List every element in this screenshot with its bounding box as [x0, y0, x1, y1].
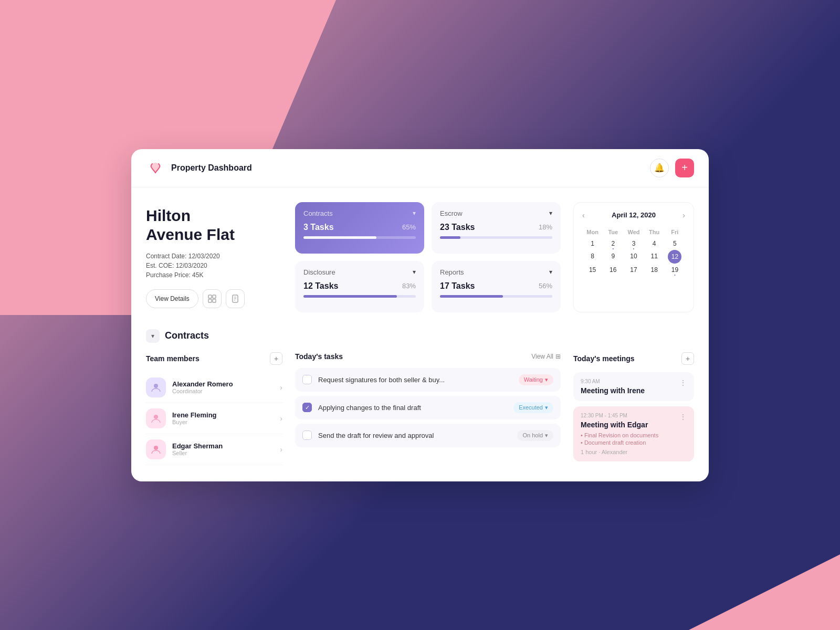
contracts-stat-card[interactable]: Contracts ▾ 3 Tasks 65% [295, 202, 424, 254]
cal-day-9[interactable]: 9 [603, 250, 623, 264]
cal-day-18[interactable]: 18 [644, 264, 665, 276]
cal-header-tue: Tue [603, 227, 623, 237]
disclosure-chevron: ▾ [413, 268, 416, 276]
reports-tasks-row: 17 Tasks 56% [440, 281, 552, 291]
tasks-header: Today's tasks View All ⊞ [295, 352, 561, 361]
reports-progress [440, 295, 552, 298]
disclosure-tasks: 12 Tasks [303, 281, 338, 291]
meeting-card-irene-header: 9:30 AM Meeting with Irene ⋮ [581, 379, 687, 395]
disclosure-fill [303, 295, 397, 298]
logo-icon [146, 159, 165, 177]
member-item-alexander[interactable]: Alexander Romero Coordinator › [146, 372, 282, 403]
task-badge-1[interactable]: Waiting ▾ [519, 374, 553, 385]
escrow-percent: 18% [539, 223, 552, 231]
member-arrow-edgar: › [280, 445, 282, 454]
member-avatar-edgar [146, 439, 166, 459]
escrow-stat-card[interactable]: Escrow ▾ 23 Tasks 18% [432, 202, 561, 254]
property-info: Hilton Avenue Flat Contract Date: 12/03/… [146, 202, 282, 312]
contracts-tasks: 3 Tasks [303, 223, 334, 232]
svg-point-10 [154, 446, 158, 450]
meeting-duration-edgar: 1 hour · Alexander [581, 449, 687, 455]
calendar-prev[interactable]: ‹ [582, 211, 585, 219]
property-name: Hilton Avenue Flat [146, 206, 282, 244]
reports-fill [440, 295, 503, 298]
cal-day-16[interactable]: 16 [603, 264, 623, 276]
member-avatar-irene [146, 408, 166, 428]
member-arrow-alexander: › [280, 383, 282, 392]
task-checkbox-3[interactable] [302, 430, 312, 440]
escrow-fill [440, 236, 460, 239]
view-details-row: View Details [146, 289, 282, 308]
add-button[interactable]: + [675, 159, 694, 177]
cal-day-19[interactable]: 19 [665, 264, 685, 276]
contracts-fill [303, 236, 376, 239]
tasks-title: Today's tasks [295, 352, 343, 361]
task-checkbox-1[interactable] [302, 375, 312, 384]
document-icon-button[interactable] [226, 289, 245, 308]
cal-day-15[interactable]: 15 [582, 264, 603, 276]
contracts-progress [303, 236, 416, 239]
cal-day-17[interactable]: 17 [623, 264, 644, 276]
member-name-edgar: Edgar Sherman [172, 442, 280, 450]
reports-tasks: 17 Tasks [440, 281, 475, 291]
meeting-card-edgar[interactable]: 12:30 PM - 1:45 PM Meeting with Edgar ⋮ … [573, 406, 694, 461]
cal-header-mon: Mon [582, 227, 603, 237]
add-member-button[interactable]: + [270, 352, 282, 365]
cal-day-5[interactable]: 5 [665, 237, 685, 250]
meetings-panel: Today's meetings + 9:30 AM Meeting with … [573, 352, 694, 467]
meeting-note-1: Final Revision on documents [581, 432, 687, 438]
contracts-section-title: Contracts [165, 330, 209, 341]
add-meeting-button[interactable]: + [681, 352, 694, 365]
svg-rect-1 [213, 295, 216, 298]
meeting-more-edgar[interactable]: ⋮ [679, 413, 687, 421]
task-text-2: Applying changes to the final draft [318, 404, 507, 412]
purchase-price: Purchase Price: 45K [146, 271, 282, 279]
main-content: Hilton Avenue Flat Contract Date: 12/03/… [131, 187, 709, 481]
disclosure-tasks-row: 12 Tasks 83% [303, 281, 416, 291]
svg-rect-3 [213, 299, 216, 302]
task-badge-2[interactable]: Executed ▾ [513, 402, 553, 413]
task-item-3: Send the draft for review and approval O… [295, 424, 561, 447]
escrow-chevron: ▾ [549, 209, 552, 217]
cal-day-3[interactable]: 3 [623, 237, 644, 250]
member-arrow-irene: › [280, 414, 282, 423]
disclosure-stat-card[interactable]: Disclosure ▾ 12 Tasks 83% [295, 261, 424, 312]
task-badge-3[interactable]: On hold ▾ [517, 430, 553, 441]
grid-icon-button[interactable] [203, 289, 222, 308]
calendar-next[interactable]: › [682, 211, 685, 219]
meeting-more-irene[interactable]: ⋮ [679, 379, 687, 387]
meetings-title: Today's meetings [573, 354, 635, 363]
member-item-edgar[interactable]: Edgar Sherman Seller › [146, 434, 282, 465]
meeting-card-irene[interactable]: 9:30 AM Meeting with Irene ⋮ [573, 372, 694, 401]
cal-day-12-today[interactable]: 12 [668, 250, 681, 264]
header: Property Dashboard 🔔 + [131, 149, 709, 187]
meeting-note-2: Document draft creation [581, 439, 687, 446]
meeting-title-irene: Meeting with Irene [581, 386, 645, 395]
task-item-1: Request signatures for both seller & buy… [295, 368, 561, 392]
cal-day-2[interactable]: 2 [603, 237, 623, 250]
reports-card-header: Reports ▾ [440, 268, 552, 276]
cal-day-10[interactable]: 10 [623, 250, 644, 264]
cal-day-8[interactable]: 8 [582, 250, 603, 264]
contracts-percent: 65% [402, 223, 416, 231]
cal-day-11[interactable]: 11 [644, 250, 665, 264]
escrow-title: Escrow [440, 209, 463, 217]
header-title: Property Dashboard [171, 163, 650, 173]
svg-point-8 [154, 384, 158, 388]
svg-point-9 [154, 415, 158, 419]
view-details-button[interactable]: View Details [146, 289, 198, 308]
reports-stat-card[interactable]: Reports ▾ 17 Tasks 56% [432, 261, 561, 312]
top-section: Hilton Avenue Flat Contract Date: 12/03/… [146, 202, 694, 312]
task-checkbox-2[interactable] [302, 403, 312, 412]
member-avatar-alexander [146, 377, 166, 397]
section-chevron[interactable]: ▾ [146, 329, 160, 343]
member-role-edgar: Seller [172, 450, 280, 456]
disclosure-progress [303, 295, 416, 298]
escrow-tasks-row: 23 Tasks 18% [440, 223, 552, 232]
view-all-button[interactable]: View All ⊞ [531, 353, 561, 360]
cal-day-1[interactable]: 1 [582, 237, 603, 250]
member-item-irene[interactable]: Irene Fleming Buyer › [146, 403, 282, 434]
bell-button[interactable]: 🔔 [650, 159, 669, 177]
cal-day-4[interactable]: 4 [644, 237, 665, 250]
contracts-card-header: Contracts ▾ [303, 209, 416, 217]
